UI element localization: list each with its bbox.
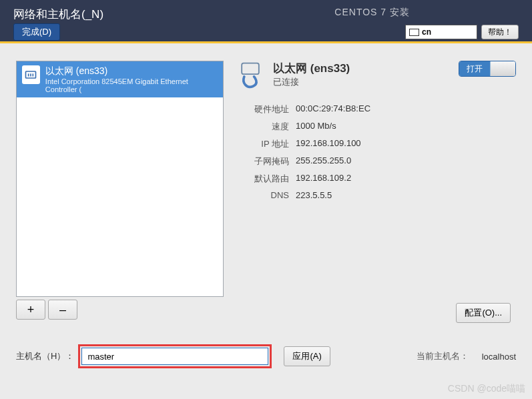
watermark: CSDN @code喵喵: [448, 383, 525, 395]
network-list-item[interactable]: 以太网 (ens33) Intel Corporation 82545EM Gi…: [17, 61, 223, 97]
detail-val: 255.255.255.0: [296, 155, 351, 167]
hostname-label: 主机名（H）：: [16, 350, 74, 362]
detail-val: 192.168.109.100: [296, 138, 361, 150]
current-hostname-value: localhost: [482, 352, 516, 362]
keyboard-icon: ⌨: [409, 29, 419, 36]
detail-key: 子网掩码: [236, 155, 289, 167]
apply-hostname-button[interactable]: 应用(A): [284, 346, 330, 366]
detail-val: 223.5.5.5: [296, 190, 332, 200]
keyboard-layout-box[interactable]: ⌨ cn: [405, 25, 477, 39]
svg-rect-4: [242, 63, 259, 75]
interface-name: 以太网 (ens33): [273, 61, 350, 76]
current-hostname-label: 当前主机名：: [417, 350, 469, 362]
interface-status: 已连接: [273, 76, 350, 88]
add-interface-button[interactable]: +: [16, 300, 45, 320]
keyboard-layout-code: cn: [422, 27, 431, 37]
detail-key: IP 地址: [236, 138, 289, 150]
detail-val: 1000 Mb/s: [296, 121, 336, 133]
network-item-desc: Intel Corporation 82545EM Gigabit Ethern…: [45, 77, 219, 93]
interface-details: 硬件地址00:0C:29:74:B8:EC 速度1000 Mb/s IP 地址1…: [236, 103, 516, 200]
detail-key: 速度: [236, 121, 289, 133]
detail-key: DNS: [236, 190, 289, 200]
detail-val: 192.168.109.2: [296, 173, 351, 185]
detail-val: 00:0C:29:74:B8:EC: [296, 103, 370, 115]
ethernet-cable-icon: [236, 61, 265, 90]
hostname-input[interactable]: [81, 348, 268, 365]
interface-toggle[interactable]: 打开: [459, 61, 516, 77]
page-title: 网络和主机名(_N): [13, 7, 103, 22]
hostname-highlight: [78, 344, 272, 368]
configure-button[interactable]: 配置(O)...: [456, 303, 511, 323]
svg-rect-3: [33, 73, 34, 76]
svg-rect-2: [31, 73, 32, 76]
installer-title: CENTOS 7 安装: [334, 7, 410, 19]
detail-key: 硬件地址: [236, 103, 289, 115]
toggle-on-label: 打开: [459, 61, 490, 76]
svg-rect-1: [28, 73, 29, 76]
header-bar: 网络和主机名(_N) 完成(D) CENTOS 7 安装 ⌨ cn 帮助！: [0, 0, 532, 43]
remove-interface-button[interactable]: –: [48, 300, 77, 320]
toggle-knob: [490, 61, 515, 76]
network-item-title: 以太网 (ens33): [45, 65, 219, 77]
done-button[interactable]: 完成(D): [13, 23, 60, 41]
detail-key: 默认路由: [236, 173, 289, 185]
ethernet-icon: [22, 65, 40, 84]
help-button[interactable]: 帮助！: [481, 25, 519, 39]
network-list[interactable]: 以太网 (ens33) Intel Corporation 82545EM Gi…: [16, 61, 224, 297]
